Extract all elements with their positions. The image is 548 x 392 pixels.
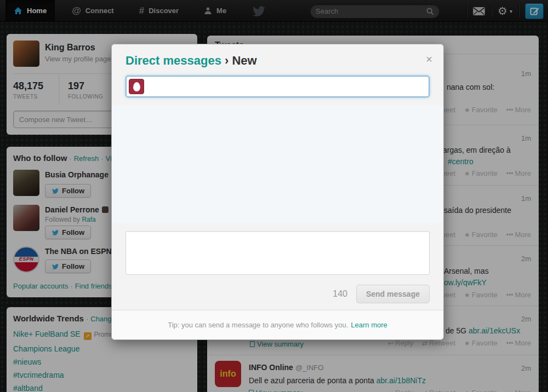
- direct-messages-breadcrumb-link[interactable]: Direct messages: [125, 54, 221, 67]
- breadcrumb-separator: ›: [225, 54, 229, 67]
- send-message-button[interactable]: Send message: [356, 285, 430, 303]
- modal-header: Direct messages › New ×: [112, 44, 443, 74]
- message-compose-section: 140 Send message: [112, 223, 443, 310]
- character-counter: 140: [333, 289, 347, 299]
- direct-message-modal: Direct messages › New × 140 Send message…: [111, 44, 444, 340]
- close-icon[interactable]: ×: [426, 53, 432, 66]
- recipient-section: [112, 74, 443, 105]
- dm-suggestions-area: [112, 105, 443, 223]
- learn-more-link[interactable]: Learn more: [351, 321, 387, 329]
- twitter-app: Home @ Connect # Discover Me ⚙ ▾: [0, 0, 548, 392]
- dm-recipient-input[interactable]: [144, 82, 426, 91]
- dm-tip-text: Tip: you can send a message to anyone wh…: [168, 321, 348, 329]
- egg-avatar-icon: [129, 79, 144, 94]
- dm-message-textarea[interactable]: [125, 231, 430, 275]
- recipient-field[interactable]: [125, 76, 430, 97]
- modal-footer: Tip: you can send a message to anyone wh…: [112, 310, 443, 339]
- modal-title-current: New: [232, 54, 256, 67]
